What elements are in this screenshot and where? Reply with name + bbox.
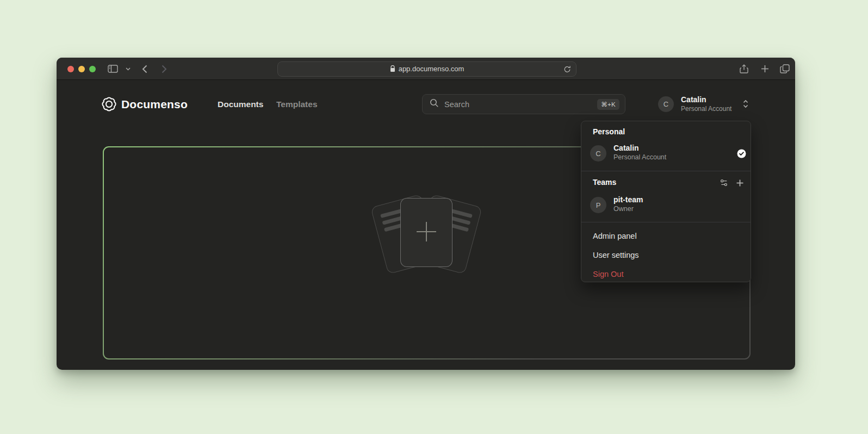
search-bar[interactable]: ⌘+K	[422, 94, 625, 114]
address-bar[interactable]: app.documenso.com	[277, 61, 576, 77]
sidebar-chevron-down-icon[interactable]	[124, 58, 132, 80]
search-input[interactable]	[444, 100, 597, 109]
close-window-button[interactable]	[67, 66, 74, 72]
documenso-logo-icon[interactable]	[101, 96, 117, 114]
account-dropdown-menu: Personal C Catalin Personal Account Team…	[581, 121, 751, 282]
team-role: Owner	[613, 205, 634, 213]
brand-name[interactable]: Documenso	[121, 96, 188, 113]
search-icon	[430, 98, 439, 110]
url-text: app.documenso.com	[399, 65, 464, 73]
zoom-window-button[interactable]	[89, 66, 96, 72]
new-tab-icon[interactable]	[758, 58, 771, 80]
chevrons-up-down-icon	[742, 99, 749, 111]
personal-account-item[interactable]: C Catalin Personal Account	[585, 140, 748, 166]
manage-teams-sliders-icon[interactable]	[718, 177, 729, 188]
account-menu-trigger[interactable]: C Catalin Personal Account	[654, 94, 762, 115]
lock-icon	[390, 65, 395, 72]
desktop: app.documenso.com	[0, 0, 868, 434]
forward-button-icon[interactable]	[159, 58, 170, 80]
document-card-front	[400, 198, 452, 267]
avatar-initial: C	[664, 100, 668, 108]
avatar-initial: C	[596, 150, 600, 158]
team-name: pit-team	[613, 195, 643, 204]
menu-item-admin-panel[interactable]: Admin panel	[585, 226, 748, 245]
avatar: C	[658, 96, 674, 112]
reload-icon[interactable]	[563, 65, 571, 75]
browser-toolbar: app.documenso.com	[57, 58, 795, 80]
team-item-pit-team[interactable]: P pit-team Owner	[585, 192, 748, 218]
menu-separator	[581, 222, 751, 222]
create-team-plus-icon[interactable]	[734, 177, 745, 188]
nav-tab-documents[interactable]: Documents	[218, 97, 263, 112]
selected-check-icon	[737, 149, 746, 160]
avatar: C	[590, 145, 606, 162]
tab-overview-icon[interactable]	[778, 58, 792, 80]
search-shortcut-badge: ⌘+K	[597, 99, 619, 110]
back-button-icon[interactable]	[139, 58, 150, 80]
avatar-initial: P	[596, 201, 601, 209]
menu-item-sign-out[interactable]: Sign Out	[585, 264, 748, 283]
account-name: Catalin	[681, 95, 706, 104]
share-icon[interactable]	[737, 58, 751, 80]
personal-account-name: Catalin	[613, 144, 639, 152]
nav-tab-templates[interactable]: Templates	[276, 97, 318, 112]
avatar: P	[590, 197, 606, 213]
menu-separator	[581, 171, 751, 171]
account-subtitle: Personal Account	[681, 105, 731, 113]
personal-section-heading: Personal	[593, 127, 625, 136]
minimize-window-button[interactable]	[78, 66, 85, 72]
sidebar-toggle-icon[interactable]	[106, 58, 120, 80]
menu-item-user-settings[interactable]: User settings	[585, 245, 748, 264]
add-document-plus-icon	[412, 218, 441, 248]
teams-section-heading: Teams	[593, 178, 616, 187]
personal-account-subtitle: Personal Account	[613, 153, 666, 161]
browser-window: app.documenso.com	[57, 58, 795, 370]
